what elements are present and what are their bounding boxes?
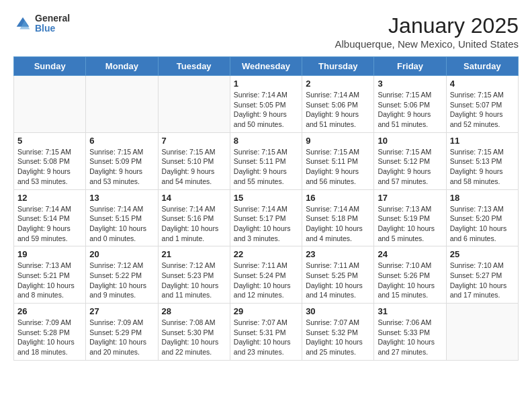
calendar-cell: 25Sunrise: 7:10 AM Sunset: 5:27 PM Dayli… <box>446 246 518 304</box>
calendar-cell: 5Sunrise: 7:15 AM Sunset: 5:08 PM Daylig… <box>14 132 86 189</box>
calendar-cell: 11Sunrise: 7:15 AM Sunset: 5:13 PM Dayli… <box>446 132 518 189</box>
day-content: Sunrise: 7:11 AM Sunset: 5:25 PM Dayligh… <box>306 261 370 300</box>
day-content: Sunrise: 7:15 AM Sunset: 5:13 PM Dayligh… <box>450 147 515 187</box>
calendar-cell: 1Sunrise: 7:14 AM Sunset: 5:05 PM Daylig… <box>230 76 302 133</box>
day-number: 1 <box>234 79 298 89</box>
logo: General Blue <box>13 13 70 34</box>
day-number: 18 <box>450 193 515 203</box>
day-number: 2 <box>306 79 370 89</box>
calendar-cell: 17Sunrise: 7:13 AM Sunset: 5:19 PM Dayli… <box>374 189 446 246</box>
day-number: 5 <box>17 136 82 146</box>
day-number: 26 <box>17 306 82 316</box>
logo-general-text: General <box>35 13 70 24</box>
day-number: 28 <box>162 306 226 316</box>
calendar-cell: 2Sunrise: 7:14 AM Sunset: 5:06 PM Daylig… <box>302 76 374 133</box>
calendar-title: January 2025 <box>335 13 519 38</box>
day-content: Sunrise: 7:13 AM Sunset: 5:19 PM Dayligh… <box>378 204 442 244</box>
day-content: Sunrise: 7:15 AM Sunset: 5:10 PM Dayligh… <box>162 147 226 187</box>
week-row-2: 5Sunrise: 7:15 AM Sunset: 5:08 PM Daylig… <box>14 132 519 189</box>
day-number: 6 <box>89 136 154 146</box>
day-content: Sunrise: 7:08 AM Sunset: 5:30 PM Dayligh… <box>162 318 226 357</box>
day-content: Sunrise: 7:15 AM Sunset: 5:06 PM Dayligh… <box>378 90 442 130</box>
calendar-cell: 3Sunrise: 7:15 AM Sunset: 5:06 PM Daylig… <box>374 76 446 133</box>
day-content: Sunrise: 7:11 AM Sunset: 5:24 PM Dayligh… <box>234 261 298 300</box>
day-content: Sunrise: 7:15 AM Sunset: 5:07 PM Dayligh… <box>450 90 515 130</box>
day-content: Sunrise: 7:10 AM Sunset: 5:27 PM Dayligh… <box>450 261 515 300</box>
day-content: Sunrise: 7:14 AM Sunset: 5:16 PM Dayligh… <box>162 204 226 244</box>
logo-icon <box>13 14 32 33</box>
calendar-cell: 12Sunrise: 7:14 AM Sunset: 5:14 PM Dayli… <box>14 189 86 246</box>
calendar-cell: 24Sunrise: 7:10 AM Sunset: 5:26 PM Dayli… <box>374 246 446 304</box>
day-number: 22 <box>234 249 298 259</box>
title-area: January 2025 Albuquerque, New Mexico, Un… <box>335 13 519 50</box>
day-content: Sunrise: 7:12 AM Sunset: 5:22 PM Dayligh… <box>89 261 154 300</box>
day-number: 9 <box>306 136 370 146</box>
day-header-tuesday: Tuesday <box>158 57 230 76</box>
day-content: Sunrise: 7:14 AM Sunset: 5:17 PM Dayligh… <box>234 204 298 244</box>
day-content: Sunrise: 7:07 AM Sunset: 5:32 PM Dayligh… <box>306 318 370 357</box>
day-number: 16 <box>306 193 370 203</box>
day-content: Sunrise: 7:10 AM Sunset: 5:26 PM Dayligh… <box>378 261 442 300</box>
day-content: Sunrise: 7:09 AM Sunset: 5:29 PM Dayligh… <box>89 318 154 357</box>
calendar-cell <box>446 304 518 361</box>
day-content: Sunrise: 7:15 AM Sunset: 5:12 PM Dayligh… <box>378 147 442 187</box>
calendar-cell: 26Sunrise: 7:09 AM Sunset: 5:28 PM Dayli… <box>14 304 86 361</box>
day-number: 30 <box>306 306 370 316</box>
calendar-cell: 20Sunrise: 7:12 AM Sunset: 5:22 PM Dayli… <box>86 246 158 304</box>
calendar-cell: 4Sunrise: 7:15 AM Sunset: 5:07 PM Daylig… <box>446 76 518 133</box>
calendar-cell: 21Sunrise: 7:12 AM Sunset: 5:23 PM Dayli… <box>158 246 230 304</box>
calendar-cell: 30Sunrise: 7:07 AM Sunset: 5:32 PM Dayli… <box>302 304 374 361</box>
calendar-cell: 16Sunrise: 7:14 AM Sunset: 5:18 PM Dayli… <box>302 189 374 246</box>
day-content: Sunrise: 7:14 AM Sunset: 5:14 PM Dayligh… <box>17 204 82 244</box>
day-content: Sunrise: 7:09 AM Sunset: 5:28 PM Dayligh… <box>17 318 82 357</box>
page-header: General Blue January 2025 Albuquerque, N… <box>13 13 519 50</box>
week-row-1: 1Sunrise: 7:14 AM Sunset: 5:05 PM Daylig… <box>14 76 519 133</box>
day-number: 20 <box>89 249 154 259</box>
day-content: Sunrise: 7:12 AM Sunset: 5:23 PM Dayligh… <box>162 261 226 300</box>
calendar-cell: 13Sunrise: 7:14 AM Sunset: 5:15 PM Dayli… <box>86 189 158 246</box>
week-row-5: 26Sunrise: 7:09 AM Sunset: 5:28 PM Dayli… <box>14 304 519 361</box>
day-header-monday: Monday <box>86 57 158 76</box>
day-number: 10 <box>378 136 442 146</box>
day-content: Sunrise: 7:14 AM Sunset: 5:05 PM Dayligh… <box>234 90 298 130</box>
day-content: Sunrise: 7:13 AM Sunset: 5:20 PM Dayligh… <box>450 204 515 244</box>
day-number: 11 <box>450 136 515 146</box>
day-content: Sunrise: 7:15 AM Sunset: 5:11 PM Dayligh… <box>234 147 298 187</box>
day-number: 7 <box>162 136 226 146</box>
day-number: 12 <box>17 193 82 203</box>
day-content: Sunrise: 7:14 AM Sunset: 5:06 PM Dayligh… <box>306 90 370 130</box>
calendar-cell <box>14 76 86 133</box>
calendar-cell: 28Sunrise: 7:08 AM Sunset: 5:30 PM Dayli… <box>158 304 230 361</box>
day-number: 15 <box>234 193 298 203</box>
calendar-cell <box>86 76 158 133</box>
day-number: 14 <box>162 193 226 203</box>
week-row-4: 19Sunrise: 7:13 AM Sunset: 5:21 PM Dayli… <box>14 246 519 304</box>
calendar-cell <box>158 76 230 133</box>
day-number: 4 <box>450 79 515 89</box>
day-number: 23 <box>306 249 370 259</box>
calendar-cell: 18Sunrise: 7:13 AM Sunset: 5:20 PM Dayli… <box>446 189 518 246</box>
day-number: 19 <box>17 249 82 259</box>
day-header-saturday: Saturday <box>446 57 518 76</box>
day-header-wednesday: Wednesday <box>230 57 302 76</box>
calendar-cell: 10Sunrise: 7:15 AM Sunset: 5:12 PM Dayli… <box>374 132 446 189</box>
day-number: 8 <box>234 136 298 146</box>
day-content: Sunrise: 7:13 AM Sunset: 5:21 PM Dayligh… <box>17 261 82 300</box>
day-number: 24 <box>378 249 442 259</box>
day-content: Sunrise: 7:15 AM Sunset: 5:11 PM Dayligh… <box>306 147 370 187</box>
day-number: 31 <box>378 306 442 316</box>
day-header-friday: Friday <box>374 57 446 76</box>
calendar-cell: 7Sunrise: 7:15 AM Sunset: 5:10 PM Daylig… <box>158 132 230 189</box>
calendar-cell: 19Sunrise: 7:13 AM Sunset: 5:21 PM Dayli… <box>14 246 86 304</box>
day-number: 27 <box>89 306 154 316</box>
calendar-cell: 22Sunrise: 7:11 AM Sunset: 5:24 PM Dayli… <box>230 246 302 304</box>
calendar-cell: 6Sunrise: 7:15 AM Sunset: 5:09 PM Daylig… <box>86 132 158 189</box>
day-number: 25 <box>450 249 515 259</box>
day-content: Sunrise: 7:15 AM Sunset: 5:08 PM Dayligh… <box>17 147 82 187</box>
day-header-thursday: Thursday <box>302 57 374 76</box>
calendar-cell: 27Sunrise: 7:09 AM Sunset: 5:29 PM Dayli… <box>86 304 158 361</box>
day-content: Sunrise: 7:14 AM Sunset: 5:18 PM Dayligh… <box>306 204 370 244</box>
day-content: Sunrise: 7:14 AM Sunset: 5:15 PM Dayligh… <box>89 204 154 244</box>
calendar-cell: 9Sunrise: 7:15 AM Sunset: 5:11 PM Daylig… <box>302 132 374 189</box>
day-number: 29 <box>234 306 298 316</box>
